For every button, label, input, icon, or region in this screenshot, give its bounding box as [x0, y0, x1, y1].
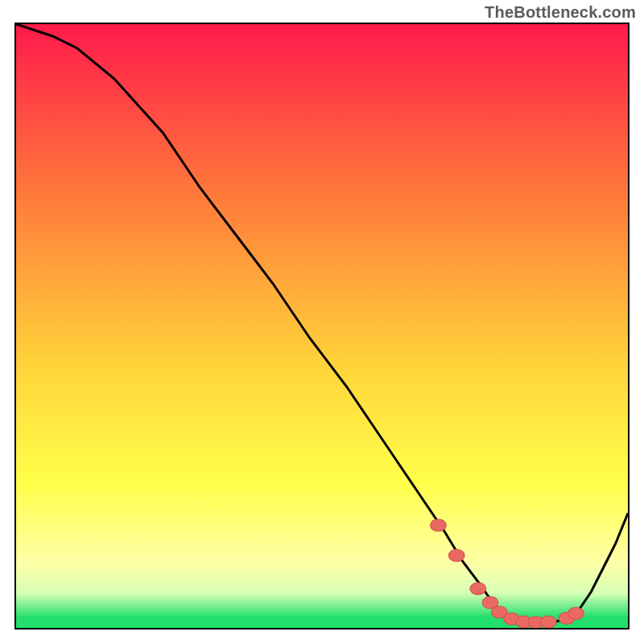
curve-layer: [16, 24, 628, 628]
highlight-marker: [448, 550, 464, 562]
highlight-marker: [470, 583, 486, 595]
highlight-marker: [431, 519, 447, 531]
highlight-marker: [540, 616, 556, 628]
watermark-text: TheBottleneck.com: [485, 3, 636, 22]
plot-area: [14, 23, 630, 630]
chart-root: TheBottleneck.com: [0, 0, 644, 644]
highlight-markers: [431, 519, 584, 629]
bottleneck-curve: [16, 24, 628, 623]
highlight-marker: [568, 608, 584, 620]
